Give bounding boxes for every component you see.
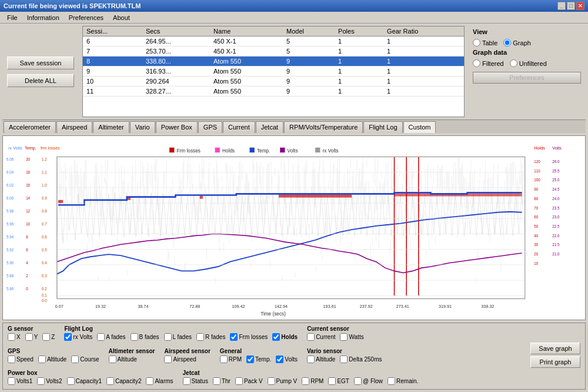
close-btn[interactable]: ✕ xyxy=(576,2,584,10)
table-row[interactable]: 6 264.95... 450 X-1 5 1 1 xyxy=(83,36,464,46)
jc-remain-cb[interactable] xyxy=(387,377,395,385)
cs-current-cb[interactable] xyxy=(307,333,315,341)
jc-rpm-cb[interactable] xyxy=(302,377,309,385)
tab-airspeed[interactable]: Airspeed xyxy=(56,121,92,133)
fl-a-fades[interactable]: A fades xyxy=(97,333,125,341)
menu-information[interactable]: Information xyxy=(22,13,64,22)
pb-volts2[interactable]: Volts2 xyxy=(37,377,62,385)
fl-r-fades[interactable]: R fades xyxy=(196,333,225,341)
minimize-btn[interactable]: _ xyxy=(557,2,566,10)
tab-rpm-volts-temp[interactable]: RPM/Volts/Temperature xyxy=(284,121,363,133)
fl-frm-losses[interactable]: Frm losses xyxy=(230,333,268,341)
gen-rpm[interactable]: RPM xyxy=(220,356,242,363)
fl-r-fades-cb[interactable] xyxy=(196,333,204,341)
view-table-label[interactable]: Table xyxy=(473,39,497,46)
gps-altitude[interactable]: Altitude xyxy=(38,356,66,363)
fl-l-fades-cb[interactable] xyxy=(164,333,172,341)
g-sensor-y[interactable]: Y xyxy=(25,333,38,341)
jc-packv[interactable]: Pack V xyxy=(235,377,263,385)
menu-preferences[interactable]: Preferences xyxy=(64,13,108,22)
vs-delta[interactable]: Delta 250ms xyxy=(340,356,382,363)
vs-altitude-cb[interactable] xyxy=(307,356,315,363)
pb-alarms[interactable]: Alarms xyxy=(146,377,173,385)
jc-status[interactable]: Status xyxy=(183,377,208,385)
tab-altimeter[interactable]: Altimeter xyxy=(93,121,129,133)
fl-b-fades[interactable]: B fades xyxy=(131,333,159,341)
pb-capacity2-cb[interactable] xyxy=(106,377,114,385)
jc-packv-cb[interactable] xyxy=(235,377,243,385)
tab-flight-log[interactable]: Flight Log xyxy=(363,121,402,133)
g-sensor-x[interactable]: X xyxy=(8,333,21,341)
filtered-radio[interactable] xyxy=(473,59,480,67)
gen-volts-cb[interactable] xyxy=(276,356,283,363)
alt-altitude[interactable]: Altitude xyxy=(109,356,137,363)
table-row[interactable]: 10 290.264 Atom 550 9 1 1 xyxy=(83,77,464,87)
menu-file[interactable]: File xyxy=(2,13,22,22)
fl-frm-losses-cb[interactable] xyxy=(230,333,238,341)
print-graph-button[interactable]: Print graph xyxy=(530,356,580,368)
table-row[interactable]: 7 253.70... 450 X-1 5 1 1 xyxy=(83,46,464,57)
save-graph-button[interactable]: Save graph xyxy=(530,343,580,354)
fl-l-fades[interactable]: L fades xyxy=(164,333,192,341)
gen-temp-cb[interactable] xyxy=(246,356,254,363)
pb-volts2-cb[interactable] xyxy=(37,377,45,385)
tab-accelerometer[interactable]: Accelerometer xyxy=(4,121,56,133)
alt-altitude-cb[interactable] xyxy=(109,356,116,363)
menu-about[interactable]: About xyxy=(108,13,135,22)
tab-jetcat[interactable]: Jetcat xyxy=(256,121,283,133)
jc-rpm[interactable]: RPM xyxy=(302,377,323,385)
gps-course[interactable]: Course xyxy=(71,356,99,363)
tab-vario[interactable]: Vario xyxy=(130,121,155,133)
jc-flow-cb[interactable] xyxy=(354,377,362,385)
pb-alarms-cb[interactable] xyxy=(146,377,153,385)
jc-status-cb[interactable] xyxy=(183,377,191,385)
maximize-btn[interactable]: □ xyxy=(567,2,575,10)
fl-holds[interactable]: Holds xyxy=(272,333,298,341)
pb-capacity2[interactable]: Capacity2 xyxy=(106,377,141,385)
view-graph-label[interactable]: Graph xyxy=(503,39,531,46)
filtered-label[interactable]: Filtered xyxy=(473,59,504,67)
fl-a-fades-cb[interactable] xyxy=(97,333,105,341)
save-session-button[interactable]: Save sesssion xyxy=(7,57,74,69)
table-row[interactable]: 11 328.27... Atom 550 9 1 1 xyxy=(83,87,464,97)
as-airspeed-cb[interactable] xyxy=(164,356,172,363)
jc-egt[interactable]: EGT xyxy=(328,377,349,385)
gen-rpm-cb[interactable] xyxy=(220,356,228,363)
jc-flow[interactable]: @ Flow xyxy=(354,377,383,385)
gen-volts[interactable]: Volts xyxy=(276,356,298,363)
unfiltered-radio[interactable] xyxy=(510,59,517,67)
fl-b-fades-cb[interactable] xyxy=(131,333,138,341)
jc-egt-cb[interactable] xyxy=(328,377,336,385)
jc-thr-cb[interactable] xyxy=(213,377,220,385)
gen-temp[interactable]: Temp. xyxy=(246,356,271,363)
titlebar-controls[interactable]: _ □ ✕ xyxy=(557,2,584,10)
jc-remain[interactable]: Remain. xyxy=(387,377,418,385)
jc-pumpv[interactable]: Pump V xyxy=(268,377,298,385)
pb-capacity1-cb[interactable] xyxy=(67,377,75,385)
tab-gps[interactable]: GPS xyxy=(198,121,222,133)
vs-delta-cb[interactable] xyxy=(340,356,348,363)
gps-speed[interactable]: Speed xyxy=(8,356,34,363)
gps-speed-cb[interactable] xyxy=(8,356,15,363)
pb-volts1[interactable]: Volts1 xyxy=(8,377,32,385)
jc-pumpv-cb[interactable] xyxy=(268,377,275,385)
vs-altitude[interactable]: Altitude xyxy=(307,356,335,363)
pb-volts1-cb[interactable] xyxy=(8,377,15,385)
pb-capacity1[interactable]: Capacity1 xyxy=(67,377,102,385)
table-row[interactable]: 9 316.93... Atom 550 9 1 1 xyxy=(83,67,464,77)
table-row[interactable]: 8 338.80... Atom 550 9 1 1 xyxy=(83,57,464,67)
g-sensor-y-cb[interactable] xyxy=(25,333,33,341)
tab-powerbox[interactable]: Power Box xyxy=(156,121,198,133)
view-graph-radio[interactable] xyxy=(503,39,511,46)
jc-thr[interactable]: Thr xyxy=(213,377,230,385)
preferences-button[interactable]: Preferences xyxy=(473,72,581,84)
unfiltered-label[interactable]: Unfiltered xyxy=(510,59,547,67)
fl-holds-cb[interactable] xyxy=(272,333,280,341)
delete-all-button[interactable]: Delete ALL xyxy=(7,74,74,87)
view-table-radio[interactable] xyxy=(473,39,480,46)
gps-altitude-cb[interactable] xyxy=(38,356,46,363)
tab-custom[interactable]: Custom xyxy=(403,121,436,133)
g-sensor-z-cb[interactable] xyxy=(42,333,50,341)
cs-watts[interactable]: Watts xyxy=(340,333,363,341)
cs-watts-cb[interactable] xyxy=(340,333,348,341)
